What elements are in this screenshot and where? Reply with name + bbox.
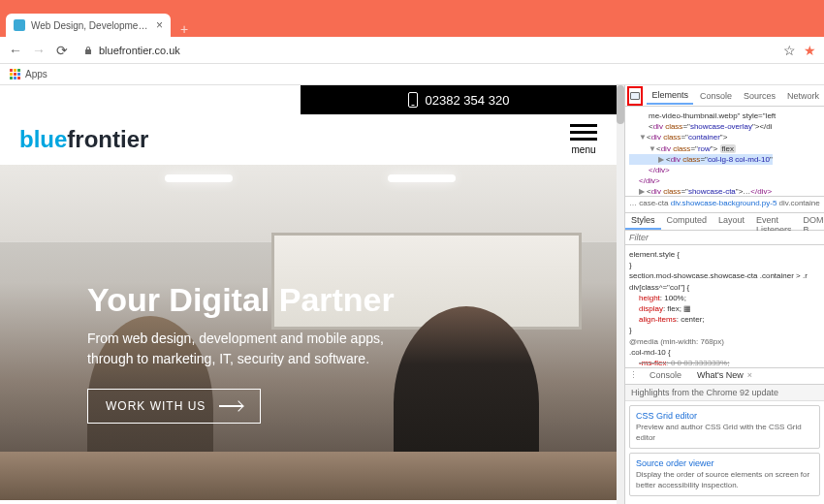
lock-icon: [83, 46, 93, 55]
device-toggle-highlighted[interactable]: [627, 86, 643, 106]
hero-title: Your Digital Partner: [87, 281, 578, 319]
tab-bar: Web Design, Development & Di... × +: [0, 14, 824, 37]
hero-bg-table: [0, 452, 617, 500]
drawer-tabs: ⋮ Console What's New×: [625, 367, 824, 385]
cta-button[interactable]: WORK WITH US: [87, 389, 261, 424]
hero-subtitle: From web design, development and mobile …: [87, 329, 417, 369]
whatsnew-card[interactable]: Source order viewer Display the order of…: [629, 453, 820, 496]
tab-network[interactable]: Network: [782, 88, 824, 104]
phone-bar: 02382 354 320: [301, 85, 617, 114]
filter-input[interactable]: [625, 231, 824, 244]
menu-label: menu: [571, 144, 595, 155]
apps-icon[interactable]: [10, 69, 21, 80]
styles-tabs: Styles Computed Layout Event Listeners D…: [625, 213, 824, 231]
scrollbar-thumb[interactable]: [617, 85, 624, 124]
whatsnew-cards: CSS Grid editor Preview and author CSS G…: [625, 401, 824, 504]
site-header: bluefrontier menu: [0, 114, 617, 165]
hero-text: Your Digital Partner From web design, de…: [87, 281, 578, 424]
logo[interactable]: bluefrontier: [19, 126, 148, 153]
styles-pane[interactable]: element.style { } section.mod-showcase.s…: [625, 245, 824, 367]
page-scrollbar[interactable]: [617, 85, 624, 504]
card-title: CSS Grid editor: [636, 411, 813, 421]
drawer-tab-console[interactable]: Console: [642, 368, 689, 384]
tab-styles[interactable]: Styles: [625, 213, 661, 230]
hamburger-icon: [570, 124, 597, 141]
tab-title: Web Design, Development & Di...: [31, 20, 150, 31]
hero-bg-ceiling: [0, 165, 617, 242]
phone-icon: [408, 92, 418, 108]
new-tab-button[interactable]: +: [171, 21, 198, 37]
hero-bg-light: [165, 174, 233, 182]
devtools-tabs: Elements Console Sources Network: [625, 85, 824, 107]
url-text: bluefrontier.co.uk: [99, 45, 180, 56]
extension-icon[interactable]: ★: [804, 43, 816, 58]
hero-section: Your Digital Partner From web design, de…: [0, 165, 617, 500]
forward-button[interactable]: →: [31, 43, 47, 58]
arrow-icon: [219, 405, 242, 407]
favicon-icon: [14, 19, 25, 31]
drawer-tab-whatsnew[interactable]: What's New×: [689, 368, 760, 384]
menu-button[interactable]: menu: [570, 124, 597, 155]
reload-button[interactable]: ⟳: [54, 43, 70, 58]
tab-events[interactable]: Event Listeners: [750, 213, 798, 230]
styles-filter: [625, 231, 824, 245]
url-field[interactable]: bluefrontier.co.uk: [78, 45, 776, 56]
close-icon[interactable]: ×: [156, 18, 163, 32]
bookmarks-bar: Apps: [0, 64, 824, 85]
tab-elements[interactable]: Elements: [647, 87, 693, 105]
hero-bg-light: [388, 174, 456, 182]
tab-console[interactable]: Console: [695, 88, 737, 104]
tab-layout[interactable]: Layout: [713, 213, 750, 230]
browser-tab[interactable]: Web Design, Development & Di... ×: [6, 14, 171, 37]
browser-top-strip: [0, 0, 824, 14]
logo-part1: blue: [19, 126, 67, 152]
logo-part2: frontier: [67, 126, 148, 152]
bookmark-icon[interactable]: ☆: [783, 43, 796, 58]
tab-sources[interactable]: Sources: [739, 88, 780, 104]
close-icon[interactable]: ×: [747, 370, 752, 380]
content-area: 02382 354 320 bluefrontier menu Your Dig…: [0, 85, 824, 504]
breadcrumb[interactable]: … case-cta div.showcase-background.py-5 …: [625, 196, 824, 213]
device-icon: [630, 92, 640, 100]
tab-dom[interactable]: DOM B: [798, 213, 824, 230]
more-icon[interactable]: ⋮: [625, 368, 642, 384]
apps-label[interactable]: Apps: [25, 69, 48, 79]
card-desc: Display the order of source elements on …: [636, 470, 813, 490]
address-bar: ← → ⟳ bluefrontier.co.uk ☆ ★: [0, 37, 824, 64]
whatsnew-header: Highlights from the Chrome 92 update: [625, 385, 824, 401]
phone-number[interactable]: 02382 354 320: [426, 93, 510, 108]
elements-tree[interactable]: me-video-thumbnail.webp" style="left <di…: [625, 107, 824, 196]
tab-computed[interactable]: Computed: [661, 213, 713, 230]
card-desc: Preview and author CSS Grid with the CSS…: [636, 423, 813, 443]
card-title: Source order viewer: [636, 458, 813, 468]
back-button[interactable]: ←: [8, 43, 23, 58]
whatsnew-card[interactable]: CSS Grid editor Preview and author CSS G…: [629, 405, 820, 449]
page-viewport: 02382 354 320 bluefrontier menu Your Dig…: [0, 85, 617, 504]
devtools-panel: Elements Console Sources Network me-vide…: [624, 85, 824, 504]
cta-label: WORK WITH US: [106, 399, 206, 413]
